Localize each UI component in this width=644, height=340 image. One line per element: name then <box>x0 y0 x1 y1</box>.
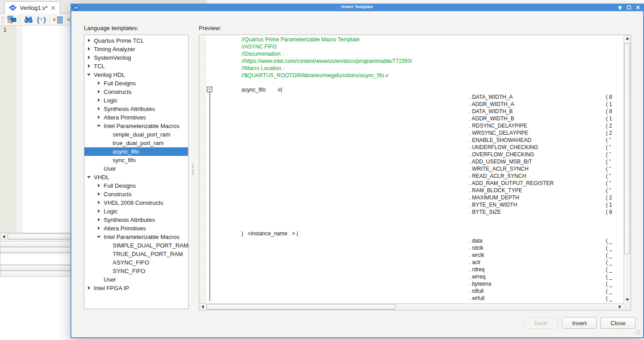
close-button[interactable]: Close <box>600 317 635 329</box>
chevron-down-icon[interactable] <box>97 236 101 238</box>
save-button[interactable]: Save <box>523 317 558 329</box>
param-value: ( " <box>606 158 611 165</box>
chevron-down-icon[interactable] <box>97 125 101 127</box>
chevron-right-icon[interactable] <box>98 98 100 102</box>
tree-item[interactable]: Intel FPGA IP <box>84 284 188 292</box>
tree-item[interactable]: SYNC_FIFO <box>84 267 188 275</box>
chevron-right-icon[interactable] <box>98 115 100 119</box>
dialog-titlebar[interactable]: abc Insert Template <box>70 4 644 11</box>
scroll-left-icon[interactable] <box>199 304 206 310</box>
preview-vertical-scrollbar[interactable] <box>623 35 631 303</box>
tree-item[interactable]: true_dual_port_ram <box>84 139 188 147</box>
tree-item[interactable]: Intel Parameterizable Macros <box>84 233 188 241</box>
tree-item[interactable]: Quartus Prime TCL <box>84 36 188 45</box>
chevron-right-icon[interactable] <box>98 226 100 230</box>
tree-item[interactable]: Intel Parameterizable Macros <box>84 122 188 130</box>
tree-item-label: Altera Primitives <box>104 113 146 122</box>
tree-item[interactable]: VHDL 2008 Constructs <box>84 199 188 207</box>
splitter-handle[interactable] <box>192 164 194 176</box>
indent-icon[interactable] <box>53 15 63 24</box>
param-default: " <box>609 159 611 165</box>
tree-item-label: User <box>104 164 116 173</box>
tree-item-label: Full Designs <box>104 79 136 88</box>
close-icon[interactable] <box>635 4 641 10</box>
tree-item[interactable]: TCL <box>84 62 188 71</box>
chevron-right-icon[interactable] <box>98 201 100 204</box>
port-name: . byteena <box>469 280 491 287</box>
tree-item[interactable]: User <box>84 275 188 284</box>
tree-item[interactable]: Altera Primitives <box>84 113 188 122</box>
port-value: ( _ <box>606 252 612 259</box>
tree-item[interactable]: Verilog HDL <box>84 71 188 79</box>
insert-template-dialog: abc Insert Template Language templates: … <box>70 4 644 338</box>
tree-item[interactable]: ASYNC_FIFO <box>84 258 188 267</box>
tree-item[interactable]: Altera Primitives <box>84 224 188 233</box>
tree-item[interactable]: Logic <box>84 207 188 216</box>
chevron-down-icon[interactable] <box>87 176 91 178</box>
tree-item[interactable]: User <box>84 164 188 173</box>
toolbar-grip[interactable] <box>1 16 4 23</box>
port-value: ( _ <box>606 280 612 287</box>
tree-item[interactable]: Logic <box>84 96 188 105</box>
tree-item[interactable]: Full Designs <box>84 181 188 190</box>
param-value: ( " <box>606 172 611 180</box>
close-tab-icon[interactable] <box>51 5 56 10</box>
code-close-line: ) <instance_name > ( <box>206 230 623 237</box>
chevron-right-icon[interactable] <box>98 107 100 110</box>
tree-item[interactable]: simple_dual_port_ram <box>84 130 188 139</box>
tree-item[interactable]: SIMPLE_DUAL_PORT_RAM <box>84 241 188 250</box>
chevron-right-icon[interactable] <box>88 39 90 42</box>
scrollbar-thumb[interactable] <box>206 304 395 309</box>
chevron-right-icon[interactable] <box>88 286 90 290</box>
insert-button[interactable]: Insert <box>562 317 597 329</box>
find-icon[interactable] <box>23 15 34 24</box>
tree-item-label: TCL <box>94 62 105 71</box>
maximize-icon[interactable] <box>626 4 632 10</box>
tree-item-label: Logic <box>104 96 118 105</box>
tree-item[interactable]: Synthesis Attributes <box>84 216 188 224</box>
chevron-down-icon[interactable] <box>87 74 91 76</box>
abc-file-icon: abc <box>9 4 17 11</box>
code-blank-line <box>206 223 623 230</box>
chevron-right-icon[interactable] <box>98 90 100 93</box>
tree-item[interactable]: Constructs <box>84 88 188 96</box>
tree-item[interactable]: SystemVerilog <box>84 53 188 62</box>
param-default: 1 <box>609 101 612 107</box>
preview-pane: //Quartus Prime Parameterizable Macro Te… <box>199 35 631 310</box>
port-name: . rdclk <box>469 244 483 252</box>
screen: abc Verilog1.v* <box>0 0 644 340</box>
tree-item[interactable]: Full Designs <box>84 79 188 88</box>
scroll-down-icon[interactable] <box>624 296 631 303</box>
chevron-right-icon[interactable] <box>98 209 100 213</box>
tree-item[interactable]: Constructs <box>84 190 188 199</box>
chevron-right-icon[interactable] <box>88 56 90 59</box>
tree-item-label: SYNC_FIFO <box>113 267 145 275</box>
scroll-right-icon[interactable] <box>617 304 623 310</box>
chevron-right-icon[interactable] <box>88 47 90 51</box>
param-value: ( 8 <box>606 93 612 101</box>
chevron-right-icon[interactable] <box>98 81 100 85</box>
preview-horizontal-scrollbar[interactable] <box>199 303 623 310</box>
chevron-right-icon[interactable] <box>98 218 100 221</box>
tab-verilog1[interactable]: abc Verilog1.v* <box>4 1 60 13</box>
tree-item[interactable]: async_fifo <box>84 147 188 156</box>
shade-window-icon[interactable] <box>617 4 623 10</box>
scrollbar-thumb[interactable] <box>624 43 630 254</box>
chevron-right-icon[interactable] <box>98 184 100 187</box>
chevron-right-icon[interactable] <box>88 64 90 68</box>
tree-item[interactable]: sync_fifo <box>84 156 188 164</box>
tree-item[interactable]: VHDL <box>84 173 188 181</box>
chevron-right-icon[interactable] <box>98 192 100 196</box>
preview-code: //Quartus Prime Parameterizable Macro Te… <box>206 36 623 303</box>
replace-icon[interactable] <box>7 15 17 24</box>
resize-grip[interactable] <box>635 330 641 335</box>
tree-item[interactable]: TRUE_DUAL_PORT_RAM <box>84 250 188 258</box>
tree-item[interactable]: Timing Analyzer <box>84 45 188 53</box>
tree-item-label: Intel FPGA IP <box>94 284 129 292</box>
param-value: ( 2 <box>606 129 612 137</box>
scroll-left-icon[interactable] <box>0 233 7 240</box>
insert-template-icon[interactable]: { + } <box>37 16 46 23</box>
code-comment-line: //https://www.intel.com/content/www/us/e… <box>206 57 623 65</box>
tree-item[interactable]: Synthesis Attributes <box>84 105 188 113</box>
scroll-up-icon[interactable] <box>624 35 631 42</box>
